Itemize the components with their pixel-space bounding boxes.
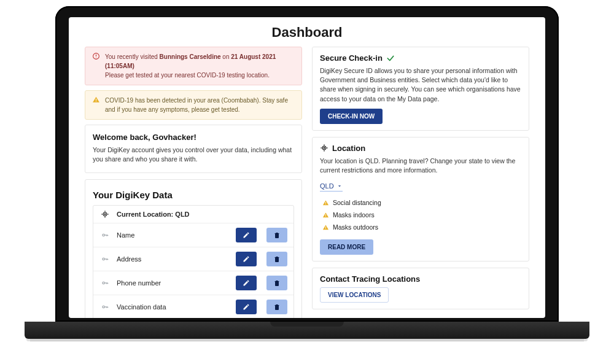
data-row-name: Name — [93, 223, 293, 247]
checkin-heading: Secure Check-in — [320, 53, 383, 63]
key-icon — [99, 303, 111, 311]
delete-button[interactable] — [266, 276, 287, 290]
svg-point-11 — [103, 234, 105, 237]
exposure-on: on — [221, 53, 231, 60]
edit-button[interactable] — [236, 300, 257, 314]
checkin-card: Secure Check-in DigiKey Secure ID allows… — [312, 47, 529, 131]
svg-point-19 — [103, 282, 105, 285]
exposure-line2: Please get tested at your nearest COVID-… — [105, 71, 295, 80]
svg-point-15 — [103, 258, 105, 261]
warning-icon — [322, 212, 329, 219]
welcome-body: Your DigiKey account gives you control o… — [93, 145, 294, 164]
svg-rect-42 — [325, 216, 326, 217]
delete-button[interactable] — [266, 252, 287, 266]
restriction-item: Masks indoors — [322, 209, 521, 221]
svg-rect-41 — [325, 214, 326, 215]
area-alert-text: COVID-19 has been detected in your area … — [105, 96, 295, 114]
restrictions-list: Social distancing Masks indoors Masks ou… — [322, 196, 521, 233]
data-row-vax: Vaccination data — [93, 295, 293, 318]
chevron-down-icon — [336, 183, 343, 189]
svg-rect-4 — [95, 101, 96, 101]
data-row-phone: Phone number — [93, 271, 293, 295]
current-location-label: Current Location: QLD — [117, 211, 287, 218]
checkin-button[interactable]: CHECK-IN NOW — [320, 109, 383, 124]
digikey-heading: Your DigiKey Data — [93, 190, 294, 200]
page-title: Dashboard — [85, 25, 529, 41]
restriction-item: Masks outdoors — [322, 221, 521, 233]
check-icon — [386, 54, 395, 63]
restriction-item: Social distancing — [322, 196, 521, 209]
key-icon — [99, 255, 111, 263]
location-heading: Location — [332, 144, 365, 153]
digikey-card: Your DigiKey Data Current Location: QLD — [85, 179, 302, 318]
warning-icon — [91, 96, 100, 114]
key-icon — [99, 279, 111, 287]
svg-rect-44 — [325, 228, 326, 229]
warning-icon — [322, 224, 329, 231]
target-icon — [99, 210, 111, 219]
svg-point-34 — [324, 147, 325, 149]
area-alert: COVID-19 has been detected in your area … — [85, 90, 302, 120]
svg-rect-3 — [95, 99, 96, 101]
edit-button[interactable] — [236, 252, 257, 266]
laptop-base — [25, 322, 589, 339]
svg-rect-43 — [325, 227, 326, 228]
welcome-heading: Welcome back, Govhacker! — [93, 133, 294, 142]
data-row-label: Vaccination data — [117, 303, 230, 311]
state-select[interactable]: QLD — [320, 181, 343, 192]
edit-button[interactable] — [236, 276, 257, 290]
read-more-button[interactable]: READ MORE — [320, 239, 373, 255]
tracing-card: Contact Tracing Locations VIEW LOCATIONS — [312, 268, 529, 309]
checkin-body: DigiKey Secure ID allows you to share yo… — [320, 66, 521, 104]
data-row-address: Address — [93, 247, 293, 271]
svg-rect-39 — [325, 202, 326, 203]
target-icon — [320, 144, 328, 152]
svg-point-2 — [95, 57, 96, 58]
exposure-prefix: You recently visited — [105, 53, 160, 60]
tracing-heading: Contact Tracing Locations — [320, 274, 521, 284]
location-card: Location Your location is QLD. Planning … — [312, 137, 529, 261]
digikey-list: Current Location: QLD Name Address — [93, 205, 294, 318]
warning-icon — [322, 199, 329, 206]
edit-button[interactable] — [236, 228, 257, 242]
delete-button[interactable] — [266, 300, 287, 314]
current-location-row: Current Location: QLD — [93, 206, 293, 223]
alert-icon — [91, 52, 100, 80]
state-selected: QLD — [320, 182, 334, 190]
svg-rect-40 — [325, 204, 326, 204]
welcome-card: Welcome back, Govhacker! Your DigiKey ac… — [85, 125, 302, 173]
svg-point-6 — [104, 214, 106, 215]
key-icon — [99, 231, 111, 239]
delete-button[interactable] — [266, 228, 287, 242]
data-row-label: Phone number — [117, 279, 230, 287]
svg-point-23 — [103, 306, 105, 309]
exposure-place: Bunnings Carseldine — [160, 53, 221, 60]
data-row-label: Name — [117, 231, 230, 239]
view-locations-button[interactable]: VIEW LOCATIONS — [320, 287, 389, 303]
exposure-alert: You recently visited Bunnings Carseldine… — [85, 47, 302, 85]
data-row-label: Address — [117, 255, 230, 263]
location-body: Your location is QLD. Planning travel? C… — [320, 157, 521, 175]
